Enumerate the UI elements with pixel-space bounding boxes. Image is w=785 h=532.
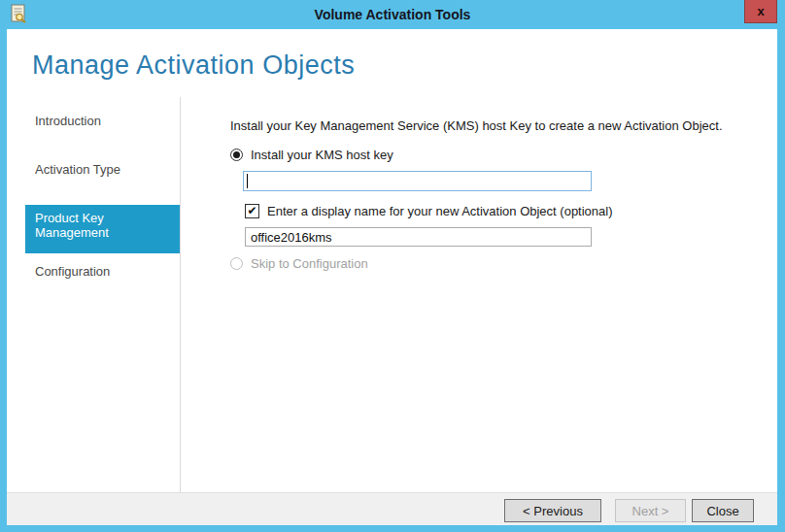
client-area: Manage Activation Objects Introduction A… — [7, 29, 777, 525]
footer-bar: < Previous Next > Close — [7, 492, 777, 525]
text-caret — [247, 174, 248, 188]
page-title: Manage Activation Objects — [32, 50, 355, 81]
close-button[interactable]: Close — [692, 499, 754, 522]
display-name-checkbox[interactable]: ✔ Enter a display name for your new Acti… — [245, 204, 613, 218]
close-window-button[interactable]: x — [744, 0, 777, 23]
titlebar[interactable]: Volume Activation Tools x — [0, 0, 785, 29]
window-title: Volume Activation Tools — [0, 0, 785, 29]
checkbox-check-icon: ✔ — [245, 204, 259, 218]
skip-to-configuration-radio: Skip to Configuration — [230, 256, 368, 271]
sidebar-divider — [180, 97, 181, 492]
sidebar-item-configuration[interactable]: Configuration — [25, 258, 180, 307]
next-button: Next > — [615, 499, 686, 522]
radio-disabled-icon — [230, 257, 243, 270]
previous-button[interactable]: < Previous — [504, 499, 601, 522]
volume-activation-tools-window: Volume Activation Tools x Manage Activat… — [0, 0, 785, 532]
kms-host-key-input[interactable] — [243, 171, 592, 191]
install-kms-host-key-radio[interactable]: Install your KMS host key — [230, 148, 393, 162]
sidebar-item-activation-type[interactable]: Activation Type — [25, 156, 180, 205]
sidebar-item-label: Configuration — [35, 264, 110, 279]
display-name-checkbox-label: Enter a display name for your new Activa… — [267, 204, 613, 218]
display-name-input[interactable] — [245, 227, 592, 247]
sidebar-item-product-key-management[interactable]: Product Key Management — [25, 205, 180, 253]
install-kms-host-key-label: Install your KMS host key — [251, 148, 393, 162]
sidebar-item-label: Introduction — [35, 114, 101, 128]
sidebar-item-label: Product Key Management — [35, 211, 109, 240]
sidebar-item-label: Activation Type — [35, 162, 120, 177]
radio-selected-icon — [230, 149, 243, 161]
skip-to-configuration-label: Skip to Configuration — [251, 256, 368, 271]
sidebar-item-introduction[interactable]: Introduction — [25, 108, 180, 156]
instruction-text: Install your Key Management Service (KMS… — [230, 118, 723, 133]
